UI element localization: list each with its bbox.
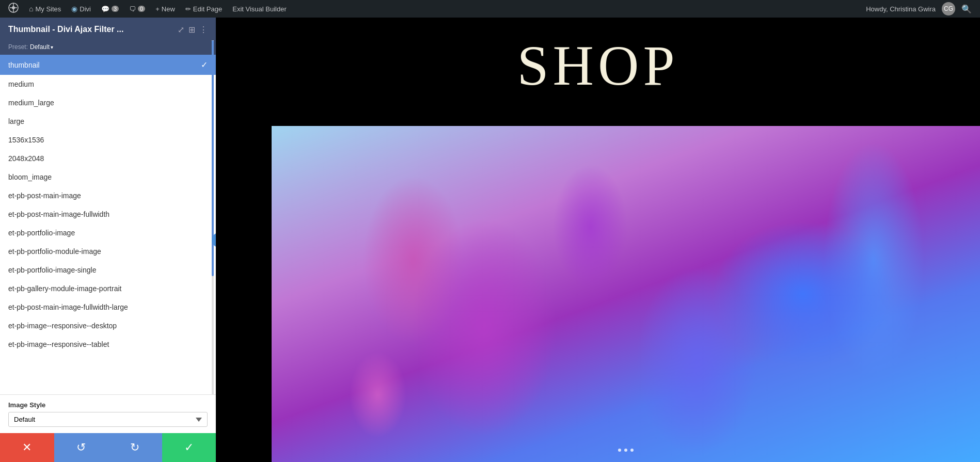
option-label: large — [8, 117, 24, 125]
new-label: New — [162, 5, 175, 13]
option-label: et-pb-portfolio-image-single — [8, 266, 96, 274]
dropdown-option-et-pb-post-main-image-fullwidth[interactable]: et-pb-post-main-image-fullwidth — [0, 205, 216, 224]
divi-label: Divi — [80, 5, 91, 13]
preset-name: Default — [30, 43, 50, 51]
zero-count: 0 — [138, 6, 145, 12]
dropdown-option-et-pb-post-fullwidth-large[interactable]: et-pb-post-main-image-fullwidth-large — [0, 298, 216, 316]
preset-bar: Preset: Default ▾ — [0, 41, 216, 55]
hero-image — [272, 126, 980, 462]
bottom-action-bar: ✕ ↺ ↻ ✓ — [0, 433, 216, 462]
admin-bar-right: Howdy, Christina Gwira CG 🔍 — [862, 2, 976, 15]
option-label: et-pb-post-main-image-fullwidth-large — [8, 303, 128, 311]
resize-icon[interactable]: ⤢ — [178, 25, 184, 35]
dropdown-option-et-pb-post-main-image[interactable]: et-pb-post-main-image — [0, 186, 216, 205]
dropdown-option-1536[interactable]: 1536x1536 — [0, 131, 216, 149]
redo-button[interactable]: ↻ — [108, 433, 162, 462]
edit-page-label: Edit Page — [193, 5, 222, 13]
option-label: 2048x2048 — [8, 154, 44, 163]
pencil-icon: ✏ — [185, 5, 191, 13]
undo-icon: ↺ — [76, 441, 86, 454]
dropdown-option-et-pb-portfolio-image-single[interactable]: et-pb-portfolio-image-single — [0, 261, 216, 279]
dropdown-option-et-pb-portfolio-module-image[interactable]: et-pb-portfolio-module-image — [0, 242, 216, 261]
more-icon[interactable]: ⋮ — [199, 25, 208, 35]
home-icon: ⌂ — [29, 5, 33, 13]
content-area: SHOP — [216, 18, 980, 462]
image-style-select[interactable]: Default Circle Rounded Thumbnail — [8, 412, 208, 427]
undo-button[interactable]: ↺ — [54, 433, 108, 462]
image-style-label: Image Style — [8, 401, 208, 409]
redo-icon: ↻ — [130, 441, 139, 454]
dropdown-option-et-pb-portfolio-image[interactable]: et-pb-portfolio-image — [0, 224, 216, 242]
option-label: et-pb-gallery-module-image-portrait — [8, 284, 121, 293]
dropdown-option-bloom-image[interactable]: bloom_image — [0, 168, 216, 186]
preset-value[interactable]: Default ▾ — [30, 43, 53, 51]
dropdown-option-2048[interactable]: 2048x2048 — [0, 149, 216, 168]
dropdown-option-medium-large[interactable]: medium_large — [0, 93, 216, 112]
dropdown-option-medium[interactable]: medium — [0, 75, 216, 93]
option-label: et-pb-post-main-image-fullwidth — [8, 210, 109, 218]
avatar: CG — [942, 2, 955, 15]
option-label: 1536x1536 — [8, 136, 44, 144]
cancel-button[interactable]: ✕ — [0, 433, 54, 462]
hero-dot-2 — [624, 449, 627, 452]
panel-header: Thumbnail - Divi Ajax Filter ... ⤢ ⊞ ⋮ — [0, 18, 216, 41]
hero-dot-3 — [630, 449, 634, 452]
zero-comments-item[interactable]: 🗨 0 — [125, 0, 149, 18]
comments-item[interactable]: 💬 3 — [97, 0, 123, 18]
grid-icon[interactable]: ⊞ — [188, 25, 195, 35]
option-label: et-pb-image--responsive--tablet — [8, 340, 109, 348]
comment-icon: 💬 — [101, 5, 109, 13]
wp-logo-icon — [8, 3, 19, 15]
my-sites-label: My Sites — [35, 5, 61, 13]
panel-title: Thumbnail - Divi Ajax Filter ... — [8, 25, 123, 34]
dropdown-option-large[interactable]: large — [0, 112, 216, 131]
divi-item[interactable]: ◉ Divi — [67, 0, 95, 18]
preset-chevron-icon: ▾ — [51, 44, 53, 50]
wp-logo-item[interactable] — [4, 0, 23, 18]
dropdown-option-et-pb-gallery[interactable]: et-pb-gallery-module-image-portrait — [0, 279, 216, 298]
howdy-text: Howdy, Christina Gwira — [862, 5, 940, 13]
hero-dots — [618, 449, 634, 452]
comment-count: 3 — [112, 6, 119, 12]
zero-comments-icon: 🗨 — [129, 5, 136, 13]
panel-header-icons: ⤢ ⊞ ⋮ — [178, 25, 208, 35]
option-label: et-pb-portfolio-image — [8, 229, 75, 237]
hero-dot-1 — [618, 449, 621, 452]
confirm-icon: ✓ — [184, 441, 194, 454]
option-label: et-pb-portfolio-module-image — [8, 247, 101, 256]
option-label: medium_large — [8, 99, 54, 107]
exit-builder-label: Exit Visual Builder — [232, 5, 287, 13]
dropdown-option-et-pb-image-tablet[interactable]: et-pb-image--responsive--tablet — [0, 335, 216, 354]
divi-icon: ◉ — [71, 5, 77, 13]
preset-label: Preset: — [8, 43, 28, 51]
ink-art-background — [272, 126, 980, 462]
arrow-icon: ↔ — [215, 235, 216, 245]
my-sites-item[interactable]: ⌂ My Sites — [25, 0, 65, 18]
option-label: et-pb-image--responsive--desktop — [8, 322, 117, 330]
new-item[interactable]: + New — [151, 0, 179, 18]
option-label: medium — [8, 80, 34, 88]
confirm-button[interactable]: ✓ — [162, 433, 216, 462]
shop-title: SHOP — [216, 18, 980, 109]
dropdown-selected-label: thumbnail — [8, 61, 40, 69]
left-panel: Thumbnail - Divi Ajax Filter ... ⤢ ⊞ ⋮ P… — [0, 18, 216, 462]
admin-bar: ⌂ My Sites ◉ Divi 💬 3 🗨 0 + New ✏ Edit P… — [0, 0, 980, 18]
option-label: et-pb-post-main-image — [8, 192, 81, 200]
exit-builder-item[interactable]: Exit Visual Builder — [228, 0, 291, 18]
image-style-section: Image Style Default Circle Rounded Thumb… — [0, 394, 216, 433]
cancel-icon: ✕ — [22, 441, 31, 454]
dropdown-option-et-pb-image-desktop[interactable]: et-pb-image--responsive--desktop — [0, 316, 216, 335]
plus-icon: + — [155, 5, 160, 13]
checkmark-icon: ✓ — [201, 60, 208, 70]
search-icon[interactable]: 🔍 — [957, 4, 976, 14]
dropdown-selected-item[interactable]: thumbnail ✓ — [0, 55, 216, 75]
main-layout: Thumbnail - Divi Ajax Filter ... ⤢ ⊞ ⋮ P… — [0, 18, 980, 462]
edit-page-item[interactable]: ✏ Edit Page — [181, 0, 226, 18]
option-label: bloom_image — [8, 173, 52, 181]
